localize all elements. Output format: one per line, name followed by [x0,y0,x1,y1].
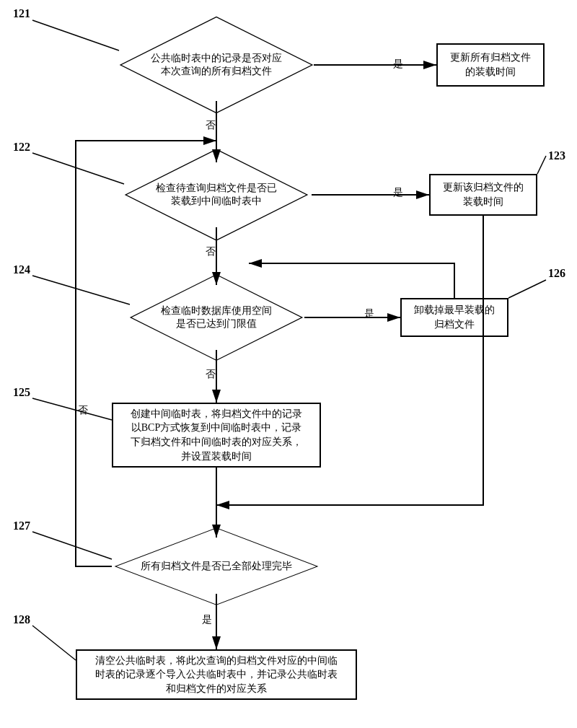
decision-127-text: 所有归档文件是否已全部处理完毕 [141,560,292,573]
process-121r-text: 更新所有归档文件的装载时间 [450,51,531,79]
label-125: 125 [13,386,30,399]
label-128: 128 [13,613,30,626]
edge-122-no: 否 [206,245,216,258]
process-126: 卸载掉最早装载的归档文件 [400,298,508,337]
label-126: 126 [548,267,565,280]
edge-124-yes: 是 [364,307,374,320]
edge-127-yes: 是 [202,613,212,626]
svg-line-5 [32,398,112,420]
svg-line-2 [537,156,546,174]
svg-line-1 [32,153,124,184]
decision-127: 所有归档文件是否已全部处理完毕 [94,538,339,595]
process-125-text: 创建中间临时表，将归档文件中的记录以BCP方式恢复到中间临时表中，记录下归档文件… [131,407,302,463]
svg-line-0 [32,20,119,51]
svg-line-3 [32,276,130,304]
process-128-text: 清空公共临时表，将此次查询的归档文件对应的中间临时表的记录逐个导入公共临时表中，… [95,654,338,696]
edge-124-no: 否 [206,368,216,381]
decision-122: 检查待查询归档文件是否已装载到中间临时表中 [119,162,314,227]
svg-line-7 [32,626,76,660]
label-121: 121 [13,7,30,20]
decision-124-text: 检查临时数据库使用空间是否已达到门限值 [161,304,272,330]
svg-line-4 [508,280,546,298]
decision-121-text: 公共临时表中的记录是否对应本次查询的所有归档文件 [151,52,282,78]
process-123-text: 更新该归档文件的装载时间 [443,180,524,209]
edge-122-yes: 是 [393,186,403,199]
decision-124: 检查临时数据库使用空间是否已达到门限值 [126,285,307,350]
process-121r: 更新所有归档文件的装载时间 [436,43,545,87]
process-123: 更新该归档文件的装载时间 [429,174,537,216]
label-127: 127 [13,519,30,532]
label-122: 122 [13,141,30,154]
flowchart-connectors [0,0,577,728]
decision-122-text: 检查待查询归档文件是否已装载到中间临时表中 [156,182,277,208]
label-124: 124 [13,263,30,276]
process-126-text: 卸载掉最早装载的归档文件 [414,303,495,331]
process-128: 清空公共临时表，将此次查询的归档文件对应的中间临时表的记录逐个导入公共临时表中，… [76,649,357,700]
label-123: 123 [548,149,565,162]
process-125: 创建中间临时表，将归档文件中的记录以BCP方式恢复到中间临时表中，记录下归档文件… [112,403,321,468]
edge-121-no: 否 [206,119,216,132]
decision-121: 公共临时表中的记录是否对应本次查询的所有归档文件 [119,29,314,101]
edge-121-yes: 是 [393,58,403,71]
edge-127-no: 否 [78,404,88,417]
